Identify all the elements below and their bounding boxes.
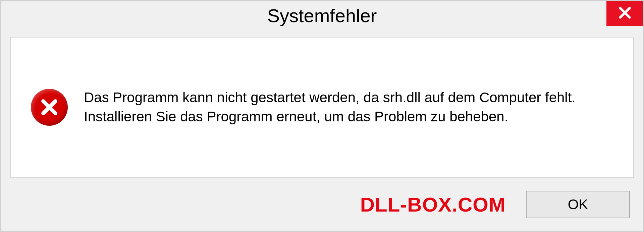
watermark-text: DLL-BOX.COM	[360, 193, 506, 216]
dialog-footer: DLL-BOX.COM OK	[1, 178, 643, 231]
titlebar: Systemfehler	[1, 1, 643, 31]
dialog-title: Systemfehler	[267, 5, 377, 26]
content-area: Das Programm kann nicht gestartet werden…	[10, 37, 634, 178]
error-icon	[31, 89, 68, 126]
close-icon	[617, 5, 633, 22]
error-message: Das Programm kann nicht gestartet werden…	[84, 88, 613, 126]
ok-button-label: OK	[568, 196, 588, 213]
close-button[interactable]	[606, 1, 643, 26]
ok-button[interactable]: OK	[526, 191, 630, 218]
error-dialog: Systemfehler Das Programm kann nicht ges…	[0, 0, 644, 232]
